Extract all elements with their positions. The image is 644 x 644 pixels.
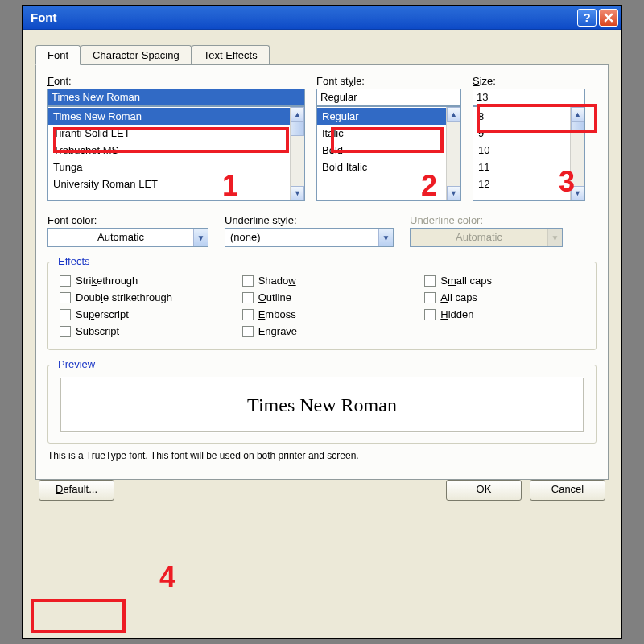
list-item[interactable]: Times New Roman bbox=[48, 108, 290, 125]
font-style-listbox[interactable]: Regular Italic Bold Bold Italic ▲ ▼ bbox=[316, 106, 461, 201]
font-description: This is a TrueType font. This font will … bbox=[47, 450, 597, 461]
ok-button[interactable]: OK bbox=[446, 480, 522, 501]
checkbox-label: Emboss bbox=[258, 308, 296, 320]
tab-text-effects[interactable]: Text Effects bbox=[192, 45, 270, 65]
effect-checkbox[interactable]: Double strikethrough bbox=[60, 289, 220, 306]
list-item[interactable]: Tiranti Solid LET bbox=[48, 125, 290, 142]
effects-group: Effects StrikethroughDouble strikethroug… bbox=[47, 262, 597, 350]
checkbox-label: Shadow bbox=[258, 275, 296, 287]
list-item[interactable]: 11 bbox=[473, 159, 570, 175]
list-item[interactable]: Bold bbox=[317, 142, 446, 159]
checkbox-icon bbox=[60, 275, 71, 287]
underline-color-combo: Automatic ▼ bbox=[410, 228, 563, 247]
list-item[interactable]: Italic bbox=[317, 125, 446, 142]
style-scrollbar[interactable]: ▲ ▼ bbox=[446, 107, 460, 200]
font-dialog: Font ? Font Character Spacing Text Effec… bbox=[22, 5, 622, 639]
checkbox-label: Engrave bbox=[258, 325, 297, 337]
checkbox-label: Subscript bbox=[76, 325, 119, 337]
checkbox-icon bbox=[424, 309, 436, 320]
effect-checkbox[interactable]: Shadow bbox=[242, 272, 402, 289]
list-item[interactable]: Regular bbox=[317, 108, 446, 125]
chevron-down-icon[interactable]: ▼ bbox=[193, 229, 208, 246]
checkbox-label: Small caps bbox=[440, 275, 492, 287]
list-item[interactable]: Tunga bbox=[48, 159, 290, 175]
underline-color-label: Underline color: bbox=[410, 214, 563, 226]
effect-checkbox[interactable]: Subscript bbox=[60, 323, 220, 340]
underline-style-combo[interactable]: (none) ▼ bbox=[225, 228, 394, 247]
tab-panel-font: Font: Times New Roman Times New Roman Ti… bbox=[35, 64, 609, 480]
list-item[interactable]: 8 bbox=[473, 108, 570, 125]
font-scrollbar[interactable]: ▲ ▼ bbox=[290, 107, 304, 200]
checkbox-icon bbox=[60, 309, 71, 320]
checkbox-icon bbox=[242, 309, 254, 320]
checkbox-label: Double strikethrough bbox=[76, 291, 172, 303]
checkbox-label: Outline bbox=[258, 291, 291, 303]
titlebar: Font ? bbox=[23, 6, 621, 30]
tab-character-spacing[interactable]: Character Spacing bbox=[80, 45, 192, 65]
help-button[interactable]: ? bbox=[577, 9, 597, 27]
font-label: Font: bbox=[47, 75, 305, 87]
font-color-label: Font color: bbox=[47, 214, 208, 226]
font-listbox[interactable]: Times New Roman Tiranti Solid LET Trebuc… bbox=[47, 106, 305, 201]
close-button[interactable] bbox=[599, 9, 618, 27]
list-item[interactable]: Bold Italic bbox=[317, 159, 446, 175]
effect-checkbox[interactable]: Small caps bbox=[424, 272, 584, 289]
cancel-button[interactable]: Cancel bbox=[530, 480, 605, 501]
preview-text: Times New Roman bbox=[247, 394, 397, 416]
effect-checkbox[interactable]: Outline bbox=[242, 289, 402, 306]
list-item[interactable]: Trebuchet MS bbox=[48, 142, 290, 159]
checkbox-icon bbox=[60, 292, 71, 303]
effect-checkbox[interactable]: Strikethrough bbox=[60, 272, 220, 289]
checkbox-icon bbox=[424, 275, 436, 287]
chevron-up-icon[interactable]: ▲ bbox=[447, 107, 460, 122]
chevron-down-icon[interactable]: ▼ bbox=[447, 186, 460, 200]
preview-box: Times New Roman bbox=[60, 377, 584, 433]
close-icon bbox=[604, 13, 613, 23]
checkbox-label: All caps bbox=[440, 291, 477, 303]
effects-title: Effects bbox=[55, 255, 93, 267]
chevron-down-icon: ▼ bbox=[547, 229, 562, 246]
size-input[interactable]: 13 bbox=[473, 89, 585, 106]
effect-checkbox[interactable]: Engrave bbox=[242, 323, 402, 340]
font-color-combo[interactable]: Automatic ▼ bbox=[47, 228, 208, 247]
list-item[interactable]: 9 bbox=[473, 125, 570, 142]
checkbox-icon bbox=[60, 326, 71, 337]
checkbox-label: Strikethrough bbox=[76, 275, 138, 287]
checkbox-icon bbox=[424, 292, 436, 303]
font-style-input[interactable]: Regular bbox=[316, 89, 461, 106]
size-listbox[interactable]: 8 9 10 11 12 ▲ ▼ bbox=[473, 106, 585, 201]
tab-font[interactable]: Font bbox=[35, 45, 80, 65]
default-button[interactable]: Default... bbox=[39, 480, 114, 501]
preview-group: Preview Times New Roman bbox=[47, 365, 597, 444]
checkbox-icon bbox=[242, 275, 254, 287]
checkbox-label: Superscript bbox=[76, 308, 129, 320]
chevron-up-icon[interactable]: ▲ bbox=[571, 107, 584, 122]
effect-checkbox[interactable]: Superscript bbox=[60, 306, 220, 323]
list-item[interactable]: 12 bbox=[473, 175, 570, 192]
window-title: Font bbox=[31, 10, 56, 24]
chevron-down-icon[interactable]: ▼ bbox=[291, 186, 304, 200]
font-input[interactable]: Times New Roman bbox=[47, 89, 305, 106]
size-label: Size: bbox=[473, 75, 585, 87]
size-scrollbar[interactable]: ▲ ▼ bbox=[570, 107, 584, 200]
chevron-down-icon[interactable]: ▼ bbox=[378, 229, 393, 246]
list-item[interactable]: University Roman LET bbox=[48, 175, 290, 192]
checkbox-icon bbox=[242, 326, 254, 337]
checkbox-icon bbox=[242, 292, 254, 303]
underline-style-label: Underline style: bbox=[225, 214, 394, 226]
effect-checkbox[interactable]: Hidden bbox=[424, 306, 584, 323]
preview-title: Preview bbox=[55, 358, 98, 370]
list-item[interactable]: 10 bbox=[473, 142, 570, 159]
checkbox-label: Hidden bbox=[440, 308, 473, 320]
chevron-up-icon[interactable]: ▲ bbox=[291, 107, 304, 122]
chevron-down-icon[interactable]: ▼ bbox=[571, 186, 584, 200]
effect-checkbox[interactable]: All caps bbox=[424, 289, 584, 306]
effect-checkbox[interactable]: Emboss bbox=[242, 306, 402, 323]
font-style-label: Font style: bbox=[316, 75, 461, 87]
